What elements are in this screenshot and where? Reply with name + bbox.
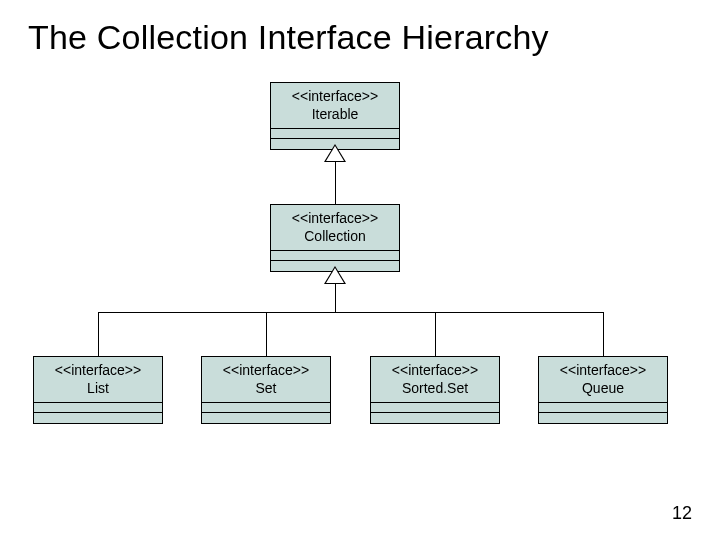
stereotype-label: <<interface>> — [275, 210, 395, 228]
connector-line — [603, 312, 604, 356]
page-title: The Collection Interface Hierarchy — [0, 0, 720, 57]
stereotype-label: <<interface>> — [275, 88, 395, 106]
uml-node-sortedset: <<interface>> Sorted.Set — [370, 356, 500, 424]
node-name: Collection — [275, 228, 395, 246]
stereotype-label: <<interface>> — [543, 362, 663, 380]
uml-node-queue: <<interface>> Queue — [538, 356, 668, 424]
uml-node-iterable: <<interface>> Iterable — [270, 82, 400, 150]
node-name: List — [38, 380, 158, 398]
uml-node-list: <<interface>> List — [33, 356, 163, 424]
node-name: Queue — [543, 380, 663, 398]
connector-line — [435, 312, 436, 356]
connector-line — [98, 312, 603, 313]
connector-line — [335, 284, 336, 312]
stereotype-label: <<interface>> — [206, 362, 326, 380]
page-number: 12 — [672, 503, 692, 524]
node-name: Set — [206, 380, 326, 398]
connector-line — [266, 312, 267, 356]
uml-node-set: <<interface>> Set — [201, 356, 331, 424]
node-name: Iterable — [275, 106, 395, 124]
connector-line — [98, 312, 99, 356]
connector-line — [335, 162, 336, 204]
stereotype-label: <<interface>> — [38, 362, 158, 380]
uml-node-collection: <<interface>> Collection — [270, 204, 400, 272]
stereotype-label: <<interface>> — [375, 362, 495, 380]
node-name: Sorted.Set — [375, 380, 495, 398]
